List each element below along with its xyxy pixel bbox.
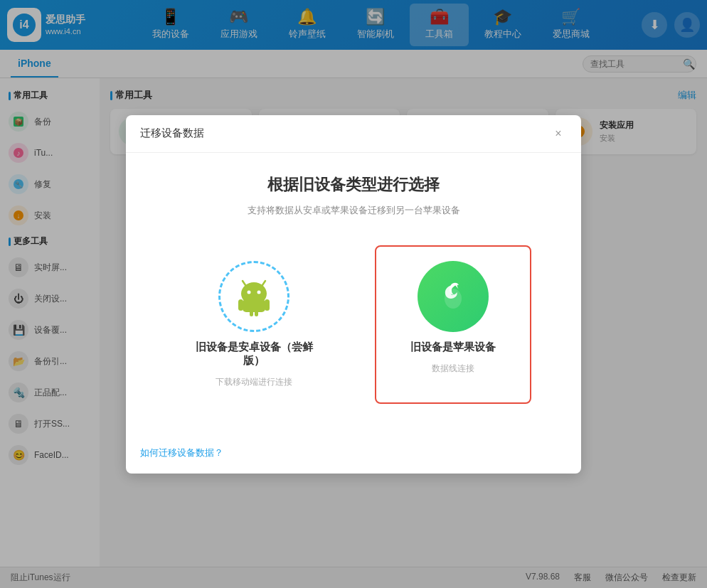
svg-line-22 bbox=[243, 281, 245, 285]
migrate-help-link[interactable]: 如何迁移设备数据？ bbox=[126, 447, 581, 474]
modal-header: 迁移设备数据 × bbox=[126, 115, 581, 153]
svg-rect-28 bbox=[255, 311, 258, 316]
migrate-modal: 迁移设备数据 × 根据旧设备类型进行选择 支持将数据从安卓或苹果设备迁移到另一台… bbox=[126, 115, 581, 474]
modal-overlay[interactable]: 迁移设备数据 × 根据旧设备类型进行选择 支持将数据从安卓或苹果设备迁移到另一台… bbox=[0, 0, 707, 588]
svg-rect-27 bbox=[250, 311, 253, 316]
svg-point-21 bbox=[257, 290, 261, 294]
android-icon bbox=[218, 261, 289, 332]
option-apple[interactable]: 旧设备是苹果设备 数据线连接 bbox=[375, 245, 531, 404]
svg-line-23 bbox=[262, 281, 265, 285]
android-option-label: 旧设备是安卓设备（尝鲜版） bbox=[191, 341, 317, 368]
svg-rect-24 bbox=[243, 299, 265, 312]
modal-title: 迁移设备数据 bbox=[140, 127, 204, 140]
modal-close-button[interactable]: × bbox=[550, 125, 567, 142]
svg-point-29 bbox=[445, 289, 462, 309]
apple-icon bbox=[418, 261, 489, 332]
modal-options: 旧设备是安卓设备（尝鲜版） 下载移动端进行连接 旧设备是苹果设备 数据线连接 bbox=[154, 245, 553, 404]
modal-heading: 根据旧设备类型进行选择 bbox=[154, 174, 553, 196]
svg-point-20 bbox=[248, 290, 251, 294]
option-android[interactable]: 旧设备是安卓设备（尝鲜版） 下载移动端进行连接 bbox=[176, 245, 332, 404]
svg-rect-26 bbox=[265, 299, 270, 311]
android-option-sub: 下载移动端进行连接 bbox=[216, 376, 292, 388]
svg-rect-25 bbox=[238, 299, 243, 311]
apple-option-sub: 数据线连接 bbox=[432, 363, 474, 375]
modal-body: 根据旧设备类型进行选择 支持将数据从安卓或苹果设备迁移到另一台苹果设备 bbox=[126, 153, 581, 447]
apple-option-label: 旧设备是苹果设备 bbox=[410, 341, 496, 354]
modal-subtitle: 支持将数据从安卓或苹果设备迁移到另一台苹果设备 bbox=[154, 204, 553, 217]
